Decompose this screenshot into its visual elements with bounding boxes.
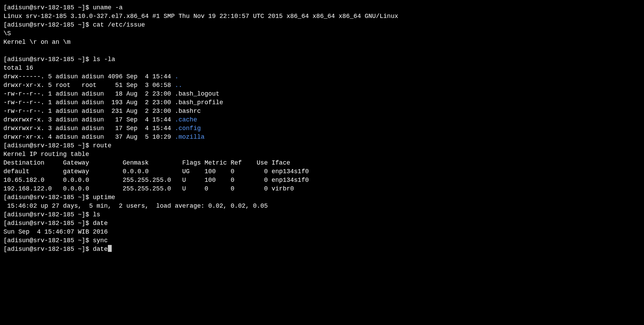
ls-row: drwxrwxr-x. 3 adisun adisun 17 Sep 4 15:… [3,116,171,123]
route-row: default gateway 0.0.0.0 UG 100 0 0 enp13… [3,168,309,175]
route-title: Kernel IP routing table [3,151,89,158]
date-output: Sun Sep 4 15:46:07 WIB 2016 [3,228,108,235]
route-header: Destination Gateway Genmask Flags Metric… [3,159,290,166]
ls-row: drwxr-xr-x. 4 adisun adisun 37 Aug 5 10:… [3,134,171,140]
cmd1-output: Linux srv-182-185 3.10.0-327.el7.x86_64 … [3,13,398,20]
cmd4-prompt: [adisun@srv-182-185 ~]$ [3,142,89,149]
ls-name-dot: . [175,73,179,80]
ls-row: -rw-r--r--. 1 adisun adisun 231 Aug 2 23… [3,108,171,115]
cmd7-input: date [93,220,108,227]
ls-name-bashrc: .bashrc [175,108,201,115]
cmd2-prompt: [adisun@srv-182-185 ~]$ [3,21,89,28]
cmd1-input: uname -a [93,4,122,11]
ls-name-bash-logout: .bash_logout [175,90,220,97]
route-row: 192.168.122.0 0.0.0.0 255.255.255.0 U 0 … [3,185,294,192]
cmd3-input: ls -la [93,56,115,63]
cmd2-output-line1: \S [3,30,11,37]
cmd4-input: route [93,142,111,149]
ls-name-bash-profile: .bash_profile [175,99,223,106]
cursor-icon [108,245,112,252]
cmd8-input: sync [93,237,108,244]
route-row: 10.65.182.0 0.0.0.0 255.255.255.0 U 100 … [3,177,309,184]
cmd2-input: cat /etc/issue [93,21,145,28]
cmd5-input: uptime [93,194,115,201]
cmd9-prompt: [adisun@srv-182-185 ~]$ [3,246,89,253]
cmd3-prompt: [adisun@srv-182-185 ~]$ [3,56,89,63]
ls-total: total 16 [3,65,33,71]
cmd1-prompt: [adisun@srv-182-185 ~]$ [3,4,89,11]
ls-name-mozilla: .mozilla [175,134,204,140]
cmd9-input: date [93,246,108,253]
uptime-output: 15:46:02 up 27 days, 5 min, 2 users, loa… [3,203,268,209]
terminal[interactable]: [adisun@srv-182-185 ~]$ uname -a Linux s… [0,0,644,279]
cmd5-prompt: [adisun@srv-182-185 ~]$ [3,194,89,201]
cmd6-input: ls [93,211,100,218]
ls-name-config: .config [175,125,201,132]
cmd8-prompt: [adisun@srv-182-185 ~]$ [3,237,89,244]
ls-name-dotdot: .. [175,82,182,89]
cmd7-prompt: [adisun@srv-182-185 ~]$ [3,220,89,227]
ls-row: drwxr-xr-x. 5 root root 51 Sep 3 06:58 [3,82,171,89]
cmd6-prompt: [adisun@srv-182-185 ~]$ [3,211,89,218]
ls-name-cache: .cache [175,116,197,123]
ls-row: -rw-r--r--. 1 adisun adisun 193 Aug 2 23… [3,99,171,106]
ls-row: drwx------. 5 adisun adisun 4096 Sep 4 1… [3,73,171,80]
cmd2-output-line2: Kernel \r on an \m [3,39,70,46]
ls-row: -rw-r--r--. 1 adisun adisun 18 Aug 2 23:… [3,90,171,97]
ls-row: drwxrwxr-x. 3 adisun adisun 17 Sep 4 15:… [3,125,171,132]
